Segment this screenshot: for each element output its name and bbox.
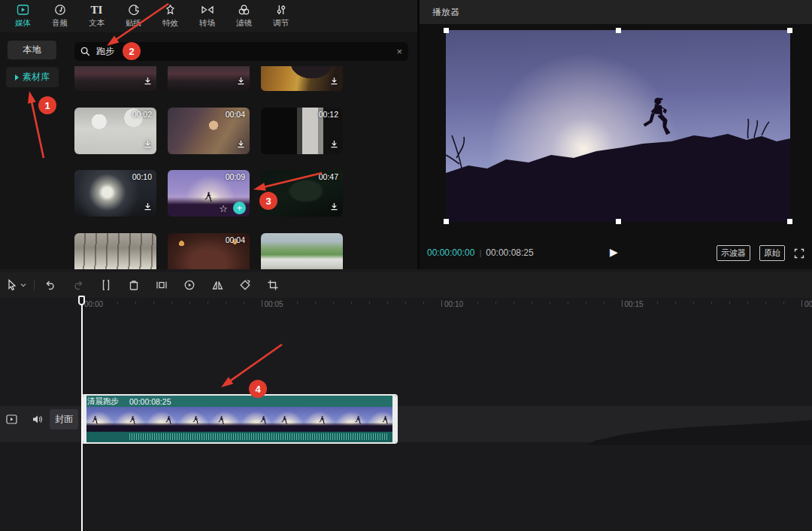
tab-label: 文本 xyxy=(89,18,105,27)
material-thumbnail[interactable]: 00:47 xyxy=(261,170,343,217)
tab-sticker[interactable]: 贴纸 xyxy=(115,3,152,27)
library-label: 素材库 xyxy=(23,71,50,83)
cursor-icon xyxy=(6,279,18,291)
handle-bottom-left[interactable] xyxy=(444,219,449,224)
download-icon[interactable] xyxy=(330,138,338,151)
download-icon[interactable] xyxy=(330,74,338,88)
sidebar-item-library[interactable]: 素材库 xyxy=(6,67,59,87)
material-thumbnail[interactable] xyxy=(74,66,156,91)
redo-button[interactable] xyxy=(71,278,85,292)
material-thumbnail[interactable]: 00:04 xyxy=(168,233,250,269)
ruler-label: 00:15 xyxy=(625,300,644,308)
filmstrip-frame xyxy=(304,407,335,432)
cover-label: 封面 xyxy=(55,413,73,426)
sidebar-item-local[interactable]: 本地 xyxy=(8,41,56,59)
video-preview[interactable] xyxy=(446,30,790,222)
playhead-line[interactable] xyxy=(81,296,83,531)
duration-badge: 00:04 xyxy=(226,235,245,244)
player-panel: 播放器 00:00:00:00 | 00:00:08:25 ▶ xyxy=(420,0,812,269)
mute-track-icon[interactable] xyxy=(32,414,43,424)
clear-search-icon[interactable]: × xyxy=(396,47,402,56)
clip-trim-handle-right[interactable] xyxy=(392,396,396,442)
player-header: 播放器 xyxy=(420,0,812,24)
tab-media[interactable]: 媒体 xyxy=(5,3,41,27)
tab-audio[interactable]: 音频 xyxy=(41,3,78,27)
crop-button[interactable] xyxy=(266,278,280,292)
tab-filters[interactable]: 滤镜 xyxy=(226,3,262,27)
mirror-button[interactable] xyxy=(211,278,224,292)
download-icon[interactable] xyxy=(330,200,338,214)
handle-bottom-center[interactable] xyxy=(616,219,621,224)
track-preview-icon[interactable] xyxy=(6,414,17,424)
timeline-toolbar xyxy=(0,272,812,298)
filmstrip-frame xyxy=(146,407,177,432)
tab-label: 音频 xyxy=(52,18,68,27)
play-button[interactable]: ▶ xyxy=(610,246,618,258)
ruler-label: 00:00 xyxy=(84,300,103,308)
material-thumbnail[interactable]: 00:09☆+ xyxy=(168,170,250,217)
favorite-star-icon[interactable]: ☆ xyxy=(219,203,228,214)
chevron-right-icon xyxy=(15,74,19,80)
split-button[interactable] xyxy=(99,278,113,292)
material-thumbnail[interactable]: 00:10 xyxy=(74,170,156,217)
clip-name: 清晨跑步 xyxy=(87,396,119,407)
original-quality-button[interactable]: 原始 xyxy=(759,245,785,261)
current-timecode: 00:00:00:00 xyxy=(427,247,474,258)
handle-top-center[interactable] xyxy=(616,28,621,33)
player-controls: 00:00:00:00 | 00:00:08:25 ▶ 示波器 原始 xyxy=(420,239,812,266)
add-to-track-button[interactable]: + xyxy=(233,202,246,214)
fullscreen-icon[interactable] xyxy=(794,248,804,259)
material-thumbnail[interactable] xyxy=(168,66,250,91)
toolbar-separator xyxy=(34,280,35,291)
tab-label: 贴纸 xyxy=(126,18,141,27)
tab-transitions[interactable]: 转场 xyxy=(189,3,226,27)
tab-adjust[interactable]: 调节 xyxy=(262,3,299,27)
timeline-clip[interactable]: 清晨跑步 00:00:08:25 xyxy=(81,394,398,444)
material-thumbnail[interactable] xyxy=(261,66,343,91)
preview-scene xyxy=(446,30,790,222)
download-icon[interactable] xyxy=(237,74,245,88)
rotate-button[interactable] xyxy=(238,278,252,292)
play-speed-button[interactable] xyxy=(183,278,196,292)
duration-badge: 00:47 xyxy=(319,172,338,181)
clip-filmstrip xyxy=(83,407,396,432)
download-icon[interactable] xyxy=(237,138,245,151)
scope-button[interactable]: 示波器 xyxy=(717,245,750,261)
handle-bottom-right[interactable] xyxy=(787,219,792,224)
material-thumbnail[interactable]: 00:04 xyxy=(168,108,250,154)
filmstrip-frame xyxy=(177,407,209,432)
duration-badge: 00:02 xyxy=(132,110,152,119)
material-grid: 00:0200:0400:1200:1000:09☆+00:4700:04 xyxy=(74,66,413,269)
cover-button[interactable]: 封面 xyxy=(50,409,78,429)
tab-effects[interactable]: 特效 xyxy=(152,3,189,27)
material-thumbnail[interactable] xyxy=(74,233,156,269)
handle-top-left[interactable] xyxy=(444,28,449,33)
timeline-panel: 00:0000:0500:1000:1500:20 封面 清晨跑步 00:00:… xyxy=(0,269,812,531)
timecode-separator: | xyxy=(479,248,481,257)
material-thumbnail[interactable]: 00:12 xyxy=(261,108,343,154)
handle-top-right[interactable] xyxy=(787,28,792,33)
top-tabs-bar: 媒体音频TI文本贴纸特效转场滤镜调节 xyxy=(0,0,417,32)
adjust-icon xyxy=(275,3,287,17)
clip-audio-waveform xyxy=(83,432,396,442)
delete-button[interactable] xyxy=(127,278,141,292)
clip-trim-handle-left[interactable] xyxy=(83,396,86,442)
duration-badge: 00:04 xyxy=(226,110,245,119)
tab-label: 滤镜 xyxy=(236,18,252,27)
material-thumbnail[interactable]: 00:02 xyxy=(74,108,156,154)
download-icon[interactable] xyxy=(144,138,152,151)
tab-text[interactable]: TI文本 xyxy=(78,3,115,27)
undo-button[interactable] xyxy=(44,278,57,292)
timeline-ruler[interactable]: 00:0000:0500:1000:1500:20 xyxy=(0,298,812,313)
select-tool-button[interactable] xyxy=(6,279,26,291)
tab-label: 转场 xyxy=(199,18,215,27)
tab-label: 特效 xyxy=(162,18,178,27)
tab-label: 媒体 xyxy=(15,18,31,27)
playhead-handle[interactable] xyxy=(78,296,85,305)
material-thumbnail[interactable] xyxy=(261,233,343,269)
freeze-frame-button[interactable] xyxy=(155,278,168,292)
download-icon[interactable] xyxy=(144,74,152,88)
search-input[interactable] xyxy=(95,46,392,58)
duration-badge: 00:12 xyxy=(319,110,338,119)
download-icon[interactable] xyxy=(144,200,152,214)
